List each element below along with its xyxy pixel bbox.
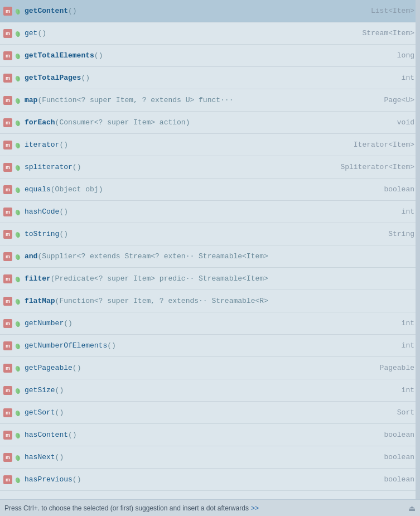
- leaf-icon: [15, 52, 21, 59]
- leaf-icon: [15, 209, 21, 215]
- leaf-icon: [15, 8, 21, 15]
- method-icon: m: [3, 297, 12, 306]
- method-name: map: [25, 96, 37, 104]
- list-item[interactable]: mhasContent()boolean: [0, 424, 420, 446]
- return-type: long: [397, 51, 417, 60]
- return-type: boolean: [384, 431, 417, 439]
- method-name: getNumber: [25, 319, 64, 327]
- method-params: (Function<? super Item, ? extends·· Stre…: [55, 297, 268, 305]
- method-icon: m: [3, 408, 12, 417]
- list-item[interactable]: mhasPrevious()boolean: [0, 469, 420, 491]
- method-icon: m: [3, 431, 12, 440]
- method-params: (): [37, 29, 46, 37]
- list-item[interactable]: mgetNumberOfElements()int: [0, 335, 420, 357]
- leaf-icon: [15, 432, 21, 438]
- list-item[interactable]: mgetSort()Sort: [0, 402, 420, 424]
- method-name: hashCode: [25, 208, 59, 216]
- list-item[interactable]: mand(Supplier<? extends Stream<? exten··…: [0, 245, 420, 268]
- list-item[interactable]: miterator()Iterator<Item>: [0, 134, 420, 156]
- list-item[interactable]: mhashCode()int: [0, 201, 420, 223]
- list-item[interactable]: mmap(Function<? super Item, ? extends U>…: [0, 89, 420, 112]
- leaf-icon: [15, 186, 21, 193]
- return-type: Spliterator<Item>: [340, 163, 417, 171]
- method-params: (): [55, 408, 64, 417]
- method-name: hasNext: [25, 453, 55, 461]
- list-item[interactable]: mspliterator()Spliterator<Item>: [0, 156, 420, 179]
- method-params: (Supplier<? extends Stream<? exten·· Str…: [37, 252, 268, 261]
- corner-icon: ⏏: [408, 504, 416, 513]
- leaf-icon: [15, 75, 21, 81]
- list-item[interactable]: mforEach(Consumer<? super Item> action)v…: [0, 112, 420, 134]
- method-params: (Consumer<? super Item> action): [55, 118, 190, 127]
- return-type: int: [402, 208, 417, 216]
- return-type: int: [402, 341, 417, 350]
- list-item[interactable]: mfilter(Predicate<? super Item> predic··…: [0, 268, 420, 290]
- method-params: (): [73, 163, 81, 171]
- method-params: (): [64, 319, 73, 327]
- method-params: (): [59, 230, 68, 238]
- leaf-icon: [15, 387, 21, 394]
- return-type: void: [397, 118, 417, 127]
- method-params: (Predicate<? super Item> predic·· Stream…: [51, 274, 268, 283]
- list-item[interactable]: mget()Stream<Item>: [0, 22, 420, 45]
- leaf-icon: [15, 142, 21, 148]
- leaf-icon: [15, 454, 21, 461]
- return-type: String: [388, 230, 417, 238]
- status-text: Press Ctrl+. to choose the selected (or …: [4, 504, 249, 512]
- method-name: get: [25, 29, 37, 37]
- method-name: toString: [25, 230, 59, 238]
- list-item[interactable]: mgetSize()int: [0, 379, 420, 402]
- return-type: boolean: [384, 475, 417, 484]
- method-params: (): [55, 386, 64, 394]
- list-item[interactable]: mhasNext()boolean: [0, 446, 420, 469]
- method-name: getTotalPages: [25, 74, 81, 82]
- completion-list: mgetContent()List<Item>mget()Stream<Item…: [0, 0, 420, 499]
- method-icon: m: [3, 230, 12, 239]
- method-icon: m: [3, 29, 12, 38]
- return-type: boolean: [384, 453, 417, 461]
- list-item[interactable]: mtoString()String: [0, 223, 420, 245]
- method-name: forEach: [25, 118, 55, 127]
- return-type: Sort: [397, 408, 417, 417]
- return-type: boolean: [384, 185, 417, 194]
- return-type: Page<U>: [384, 96, 417, 104]
- method-icon: m: [3, 185, 12, 194]
- method-icon: m: [3, 51, 12, 60]
- list-item[interactable]: mgetContent()List<Item>: [0, 0, 420, 22]
- completion-popup: mgetContent()List<Item>mget()Stream<Item…: [0, 0, 420, 499]
- status-link[interactable]: >>: [251, 504, 259, 512]
- return-type: int: [402, 319, 417, 327]
- method-name: getTotalElements: [25, 51, 94, 60]
- leaf-icon: [15, 320, 21, 327]
- method-icon: m: [3, 364, 12, 373]
- list-item[interactable]: mflatMap(Function<? super Item, ? extend…: [0, 290, 420, 312]
- method-name: hasContent: [25, 431, 68, 439]
- method-params: (): [68, 7, 77, 15]
- method-icon: m: [3, 319, 12, 328]
- leaf-icon: [15, 276, 21, 282]
- method-name: getSize: [25, 386, 55, 394]
- method-icon: m: [3, 453, 12, 462]
- method-icon: m: [3, 163, 12, 172]
- method-icon: m: [3, 252, 12, 261]
- leaf-icon: [15, 30, 21, 37]
- list-item[interactable]: mequals(Object obj)boolean: [0, 179, 420, 201]
- list-item[interactable]: mgetTotalPages()int: [0, 67, 420, 89]
- list-item[interactable]: mgetPageable()Pageable: [0, 357, 420, 379]
- method-params: (): [94, 51, 103, 60]
- scrollbar[interactable]: [416, 0, 420, 499]
- status-bar: Press Ctrl+. to choose the selected (or …: [0, 499, 420, 516]
- method-params: (): [55, 453, 64, 461]
- list-item[interactable]: mgetNumber()int: [0, 312, 420, 335]
- return-type: Pageable: [380, 364, 417, 372]
- method-icon: m: [3, 475, 12, 484]
- leaf-icon: [15, 298, 21, 305]
- leaf-icon: [15, 343, 21, 349]
- return-type: int: [402, 386, 417, 394]
- list-item[interactable]: mgetTotalElements()long: [0, 45, 420, 67]
- method-name: getNumberOfElements: [25, 341, 107, 350]
- method-name: iterator: [25, 141, 59, 149]
- leaf-icon: [15, 365, 21, 372]
- method-params: (): [59, 141, 68, 149]
- method-name: hasPrevious: [25, 475, 73, 484]
